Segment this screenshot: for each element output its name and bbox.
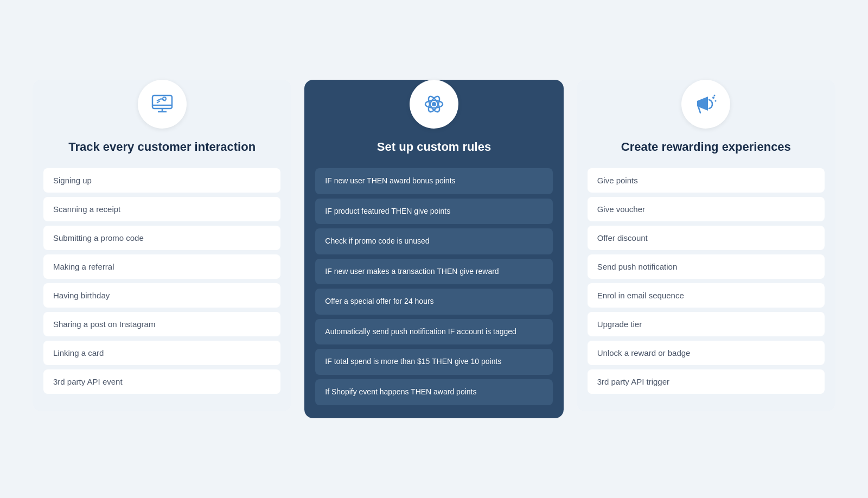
rule-card: IF new user makes a transaction THEN giv… [315, 259, 552, 285]
list-item: Having birthday [43, 283, 280, 308]
list-item: 3rd party API event [43, 369, 280, 394]
list-item: Submitting a promo code [43, 226, 280, 250]
list-item: Scanning a receipt [43, 197, 280, 221]
list-item: Enrol in email sequence [588, 283, 825, 308]
rule-card: Offer a special offer for 24 hours [315, 289, 552, 315]
rule-card: Automatically send push notification IF … [315, 319, 552, 345]
right-list: Give pointsGive voucherOffer discountSen… [577, 168, 835, 398]
svg-rect-0 [152, 95, 172, 108]
svg-point-13 [714, 95, 716, 97]
svg-point-12 [715, 100, 717, 102]
right-column-title: Create rewarding experiences [605, 139, 807, 155]
left-icon-circle [138, 80, 187, 129]
columns-container: Track every customer interaction Signing… [33, 80, 835, 418]
right-icon-circle [681, 80, 730, 129]
list-item: Upgrade tier [588, 312, 825, 336]
list-item: Sharing a post on Instagram [43, 312, 280, 336]
list-item: Send push notification [588, 254, 825, 279]
list-item: Give voucher [588, 197, 825, 221]
monitor-icon [149, 91, 175, 117]
list-item: Offer discount [588, 226, 825, 250]
middle-rules-list: IF new user THEN award bonus pointsIF pr… [304, 168, 563, 405]
list-item: Making a referral [43, 254, 280, 279]
rule-card: IF new user THEN award bonus points [315, 168, 552, 194]
svg-rect-9 [697, 101, 701, 106]
list-item: 3rd party API trigger [588, 369, 825, 394]
right-column: Create rewarding experiences Give points… [577, 80, 835, 411]
rule-card: IF product featured THEN give points [315, 199, 552, 225]
rule-card: Check if promo code is unused [315, 228, 552, 254]
middle-column: Set up custom rules IF new user THEN awa… [304, 80, 563, 418]
rule-card: If Shopify event happens THEN award poin… [315, 379, 552, 405]
svg-point-11 [712, 97, 714, 99]
list-item: Unlock a reward or badge [588, 341, 825, 365]
rule-card: IF total spend is more than $15 THEN giv… [315, 349, 552, 375]
list-item: Linking a card [43, 341, 280, 365]
list-item: Give points [588, 168, 825, 193]
svg-point-5 [432, 102, 436, 106]
middle-column-title: Set up custom rules [361, 139, 507, 155]
atom-icon [421, 91, 447, 117]
middle-icon-circle [410, 80, 458, 129]
megaphone-icon [693, 91, 719, 117]
left-list: Signing upScanning a receiptSubmitting a… [33, 168, 291, 398]
left-column: Track every customer interaction Signing… [33, 80, 291, 411]
left-column-title: Track every customer interaction [52, 139, 272, 155]
list-item: Signing up [43, 168, 280, 193]
